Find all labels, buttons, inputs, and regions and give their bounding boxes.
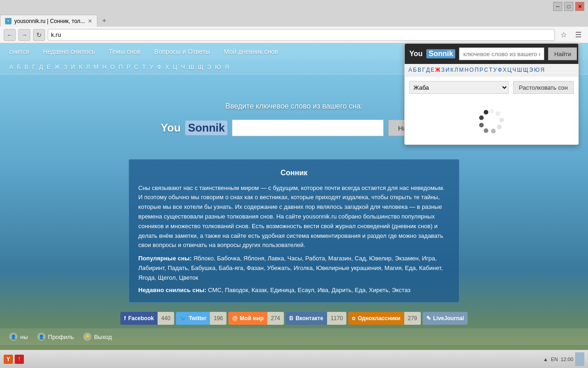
vkontakte-share-button[interactable]: В Вконтакте 1170 bbox=[286, 312, 347, 325]
refresh-button[interactable]: ↻ bbox=[33, 29, 45, 41]
popup-alpha-У[interactable]: У bbox=[493, 67, 497, 73]
popup-alpha-Ж[interactable]: Ж bbox=[435, 67, 441, 73]
svg-point-3 bbox=[497, 125, 502, 129]
alphabet-letter-Ж[interactable]: Ж bbox=[54, 63, 60, 70]
alphabet-letter-П[interactable]: П bbox=[119, 63, 123, 70]
popup-alpha-Г[interactable]: Г bbox=[422, 67, 425, 73]
user-icon-1: 👤 bbox=[9, 333, 17, 341]
alphabet-letter-О[interactable]: О bbox=[110, 63, 115, 70]
popup-alpha-Е[interactable]: Е bbox=[431, 67, 435, 73]
popup-search-button[interactable]: Найти bbox=[548, 47, 577, 60]
info-text: Сны связывают нас с таинственным миром —… bbox=[138, 184, 450, 251]
alphabet-letter-Ф[interactable]: Ф bbox=[157, 63, 162, 70]
taskbar-icon-2[interactable]: ! bbox=[15, 355, 24, 364]
alphabet-letter-В[interactable]: В bbox=[24, 63, 28, 70]
alphabet-letter-Ч[interactable]: Ч bbox=[181, 63, 185, 70]
alphabet-letter-И[interactable]: И bbox=[71, 63, 75, 70]
popup-alpha-Ш[interactable]: Ш bbox=[517, 67, 522, 73]
popup-alpha-М[interactable]: М bbox=[459, 67, 464, 73]
popup-alpha-И[interactable]: И bbox=[446, 67, 450, 73]
alphabet-letter-К[interactable]: К bbox=[79, 63, 83, 70]
alphabet-letter-М[interactable]: М bbox=[94, 63, 99, 70]
bookmark-button[interactable]: ☆ bbox=[558, 29, 570, 41]
popup-alpha-О[interactable]: О bbox=[469, 67, 474, 73]
taskbar-icon-1[interactable]: Y bbox=[4, 355, 13, 364]
twitter-icon: 🐦 bbox=[180, 315, 187, 322]
alphabet-letter-З[interactable]: З bbox=[63, 63, 67, 70]
popup-alpha-Х[interactable]: Х bbox=[503, 67, 507, 73]
alphabet-letter-У[interactable]: У bbox=[149, 63, 153, 70]
popup-alpha-Д[interactable]: Д bbox=[426, 67, 430, 73]
alphabet-letter-Б[interactable]: Б bbox=[17, 63, 21, 70]
odnoklassniki-share-button[interactable]: о Одноклассники 279 bbox=[348, 312, 420, 325]
popup-alpha-Л[interactable]: Л bbox=[454, 67, 458, 73]
search-row: You Sonnik Найти bbox=[161, 120, 427, 136]
alphabet-letter-Я[interactable]: Я bbox=[225, 63, 229, 70]
taskbar-show-desktop[interactable] bbox=[575, 352, 584, 366]
menu-button[interactable]: ☰ bbox=[572, 29, 584, 41]
alphabet-letter-Х[interactable]: Х bbox=[165, 63, 170, 70]
popup-alpha-Ц[interactable]: Ц bbox=[508, 67, 512, 73]
alphabet-letter-Р[interactable]: Р bbox=[126, 63, 130, 70]
popup-alpha-Б[interactable]: Б bbox=[413, 67, 417, 73]
minimize-button[interactable]: ─ bbox=[553, 2, 562, 11]
popup-alpha-Щ[interactable]: Щ bbox=[523, 67, 528, 73]
nav-item-themes[interactable]: Темы снов bbox=[109, 48, 141, 55]
alphabet-letter-Н[interactable]: Н bbox=[102, 63, 107, 70]
popup-alpha-Т[interactable]: Т bbox=[489, 67, 492, 73]
alphabet-letter-Э[interactable]: Э bbox=[207, 63, 211, 70]
popup-alpha-Н[interactable]: Н bbox=[464, 67, 469, 73]
key-icon: 🔑 bbox=[83, 333, 91, 341]
nav-item-diary[interactable]: Мой дневник снов bbox=[224, 48, 278, 55]
alphabet-letter-Т[interactable]: Т bbox=[142, 63, 146, 70]
popup-alpha-Ю[interactable]: Ю bbox=[534, 67, 539, 73]
alphabet-letter-Щ[interactable]: Щ bbox=[198, 63, 204, 70]
new-tab-button[interactable]: + bbox=[97, 15, 111, 27]
popup-word-select[interactable]: Жаба bbox=[409, 81, 509, 94]
nav-item-snitsya[interactable]: снится bbox=[9, 48, 29, 55]
alphabet-letter-А[interactable]: А bbox=[9, 63, 13, 70]
alphabet-letter-Ю[interactable]: Ю bbox=[215, 63, 221, 70]
maximize-button[interactable]: □ bbox=[564, 2, 573, 11]
alphabet-letter-Г[interactable]: Г bbox=[32, 63, 35, 70]
alphabet-letter-Е[interactable]: Е bbox=[47, 63, 51, 70]
nav-item-recent[interactable]: Недавно снилось bbox=[43, 48, 95, 55]
facebook-share-button[interactable]: f Facebook 440 bbox=[120, 312, 174, 325]
moimir-share-button[interactable]: @ Мой мир 274 bbox=[228, 312, 283, 325]
bottom-link-logout[interactable]: 🔑 Выход bbox=[83, 333, 112, 341]
twitter-share-button[interactable]: 🐦 Twitter 196 bbox=[176, 312, 226, 325]
bottom-link-ны[interactable]: 👤 ны bbox=[9, 333, 28, 341]
nav-item-qa[interactable]: Вопросы и Ответы bbox=[154, 48, 210, 55]
livejournal-share-button[interactable]: ✎ LiveJournal bbox=[423, 312, 468, 325]
popup-alpha-А[interactable]: А bbox=[408, 67, 412, 73]
tab-close-button[interactable]: ✕ bbox=[88, 18, 92, 24]
popup-alpha-Я[interactable]: Я bbox=[541, 67, 545, 73]
alphabet-letter-Л[interactable]: Л bbox=[86, 63, 90, 70]
popup-interpret-button[interactable]: Растолковать сон bbox=[513, 81, 574, 94]
popup-alpha-Ч[interactable]: Ч bbox=[513, 67, 516, 73]
alphabet-letter-С[interactable]: С bbox=[134, 63, 138, 70]
bottom-link-profile[interactable]: 👤 Профиль bbox=[37, 333, 74, 341]
popup-alpha-П[interactable]: П bbox=[475, 67, 479, 73]
popup-alpha-Ф[interactable]: Ф bbox=[498, 67, 502, 73]
tab-bar: Y yousonnik.ru | Сонник, тол... ✕ + bbox=[0, 13, 588, 27]
popup-alpha-З[interactable]: З bbox=[441, 67, 444, 73]
popup-alpha-Р[interactable]: Р bbox=[480, 67, 483, 73]
browser-tab[interactable]: Y yousonnik.ru | Сонник, тол... ✕ bbox=[0, 15, 97, 27]
alphabet-letter-Д[interactable]: Д bbox=[39, 63, 43, 70]
url-input[interactable] bbox=[48, 29, 555, 41]
popup-search-input[interactable] bbox=[459, 47, 544, 60]
back-button[interactable]: ← bbox=[4, 29, 16, 41]
bottom-label-logout: Выход bbox=[94, 334, 112, 340]
popup-alpha-С[interactable]: С bbox=[484, 67, 488, 73]
forward-button[interactable]: → bbox=[18, 29, 30, 41]
popup-alpha-Э[interactable]: Э bbox=[529, 67, 533, 73]
title-bar-controls[interactable]: ─ □ ✕ bbox=[553, 2, 584, 11]
main-search-input[interactable] bbox=[232, 120, 384, 136]
close-button[interactable]: ✕ bbox=[575, 2, 584, 11]
alphabet-letter-Ц[interactable]: Ц bbox=[173, 63, 177, 70]
address-bar: ← → ↻ ☆ ☰ bbox=[0, 27, 588, 43]
popup-alpha-К[interactable]: К bbox=[450, 67, 453, 73]
alphabet-letter-Ш[interactable]: Ш bbox=[189, 63, 194, 70]
popup-alpha-В[interactable]: В bbox=[418, 67, 421, 73]
